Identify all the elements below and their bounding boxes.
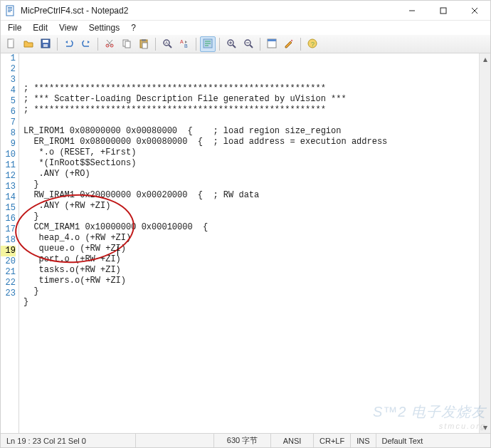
line-number: 1 <box>1 53 16 64</box>
code-line[interactable]: *(InRoot$$Sections) <box>23 158 490 169</box>
about-button[interactable]: ? <box>305 36 320 52</box>
code-line[interactable]: queue.o (+RW +ZI) <box>23 244 490 254</box>
code-line[interactable]: CCM_IRAM1 0x10000000 0x00010000 { <box>23 222 490 233</box>
close-button[interactable] <box>459 1 490 21</box>
toolbar-separator <box>196 38 196 51</box>
scroll-up-icon[interactable]: ▴ <box>480 53 490 65</box>
menu-view[interactable]: View <box>53 21 83 34</box>
line-number: 4 <box>1 85 16 96</box>
line-number: 16 <box>1 214 16 224</box>
scheme-button[interactable] <box>264 36 280 52</box>
zoom-in-icon <box>226 38 237 51</box>
line-number: 2 <box>1 64 16 75</box>
svg-rect-1 <box>8 7 12 8</box>
code-line[interactable]: port.o (+RW +ZI) <box>23 254 490 265</box>
cut-button[interactable] <box>102 36 117 52</box>
code-line[interactable]: ; *** Scatter-Loading Description File g… <box>23 94 490 105</box>
code-line[interactable]: ; **************************************… <box>23 105 490 115</box>
svg-marker-14 <box>65 41 68 43</box>
menu-edit[interactable]: Edit <box>27 21 53 34</box>
app-icon <box>5 5 16 16</box>
toolbar-separator <box>300 38 301 51</box>
line-number: 17 <box>1 224 16 235</box>
code-line[interactable]: heap_4.o (+RW +ZI) <box>23 233 490 244</box>
line-number: 13 <box>1 182 16 192</box>
code-line[interactable]: } <box>23 286 490 297</box>
line-number: 23 <box>1 288 16 299</box>
code-line[interactable]: ER_IROM1 0x08000000 0x00080000 { ; load … <box>23 137 490 147</box>
maximize-button[interactable] <box>428 1 459 21</box>
code-line[interactable] <box>23 308 490 318</box>
line-number: 19 <box>1 246 16 256</box>
paste-button[interactable] <box>136 36 152 52</box>
save-file-button[interactable] <box>38 36 53 52</box>
menu-file[interactable]: File <box>2 21 27 34</box>
code-area[interactable]: ; **************************************… <box>19 53 490 433</box>
code-line[interactable] <box>23 318 490 329</box>
line-number: 15 <box>1 203 16 214</box>
open-file-icon <box>23 38 34 51</box>
new-file-button[interactable] <box>4 36 19 52</box>
menu-help[interactable]: ? <box>125 21 142 34</box>
customize-icon <box>283 38 295 51</box>
zoom-out-icon <box>243 38 254 51</box>
line-number: 10 <box>1 150 16 160</box>
svg-text:?: ? <box>311 41 315 48</box>
code-line[interactable]: .ANY (+RW +ZI) <box>23 201 490 212</box>
about-icon: ? <box>307 38 318 51</box>
code-line[interactable]: .ANY (+RO) <box>23 169 490 179</box>
svg-rect-23 <box>142 39 146 41</box>
editor[interactable]: 1234567891011121314151617181920212223 ; … <box>1 53 490 433</box>
replace-icon: AB <box>179 38 190 51</box>
line-number: 12 <box>1 171 16 182</box>
svg-rect-6 <box>440 8 446 14</box>
undo-button[interactable] <box>61 36 77 52</box>
code-line[interactable]: LR_IROM1 0x08000000 0x00080000 { ; load … <box>23 126 490 137</box>
svg-marker-15 <box>88 41 90 43</box>
toolbar-separator <box>97 38 98 51</box>
line-number: 5 <box>1 96 16 107</box>
replace-button[interactable]: AB <box>176 36 192 52</box>
svg-rect-13 <box>43 44 48 47</box>
svg-rect-3 <box>8 10 12 11</box>
svg-rect-43 <box>291 39 293 41</box>
menu-bar: File Edit View Settings ? <box>1 21 490 35</box>
undo-icon <box>63 38 75 51</box>
find-button[interactable]: A <box>159 36 175 52</box>
svg-rect-12 <box>43 40 48 43</box>
status-encoding[interactable]: ANSI <box>271 434 314 447</box>
line-number: 14 <box>1 192 16 203</box>
code-line[interactable]: tasks.o(+RW +ZI) <box>23 265 490 276</box>
toolbar-separator <box>219 38 220 51</box>
svg-rect-24 <box>142 43 147 48</box>
scroll-down-icon[interactable]: ▾ <box>480 422 490 433</box>
minimize-button[interactable] <box>396 1 428 21</box>
code-line[interactable]: ; **************************************… <box>23 83 490 94</box>
code-line[interactable]: } <box>23 212 490 222</box>
code-line[interactable]: RW_IRAM1 0x20000000 0x00020000 { ; RW da… <box>23 190 490 201</box>
word-wrap-button[interactable] <box>200 36 216 52</box>
menu-settings[interactable]: Settings <box>83 21 125 34</box>
svg-line-35 <box>233 45 236 48</box>
code-line[interactable]: } <box>23 297 490 308</box>
line-number: 8 <box>1 128 16 139</box>
status-ovr[interactable]: INS <box>351 434 376 447</box>
status-lexer[interactable]: Default Text <box>376 434 491 447</box>
code-line[interactable] <box>23 115 490 126</box>
status-bar: Ln 19 : 23 Col 21 Sel 0 630 字节 ANSI CR+L… <box>1 433 490 447</box>
zoom-in-button[interactable] <box>223 36 239 52</box>
new-file-icon <box>6 38 17 51</box>
code-line[interactable]: timers.o(+RW +ZI) <box>23 276 490 286</box>
title-bar: MicPreCtrlF4.sct - Notepad2 <box>1 1 490 21</box>
customize-button[interactable] <box>281 36 297 52</box>
redo-button[interactable] <box>78 36 94 52</box>
svg-line-19 <box>107 40 112 46</box>
vertical-scrollbar[interactable]: ▴ ▾ <box>479 53 490 433</box>
status-eol[interactable]: CR+LF <box>314 434 351 447</box>
svg-line-18 <box>107 40 112 46</box>
code-line[interactable]: } <box>23 179 490 190</box>
copy-button[interactable] <box>119 36 134 52</box>
zoom-out-button[interactable] <box>241 36 256 52</box>
code-line[interactable]: *.o (RESET, +First) <box>23 147 490 158</box>
open-file-button[interactable] <box>21 36 36 52</box>
